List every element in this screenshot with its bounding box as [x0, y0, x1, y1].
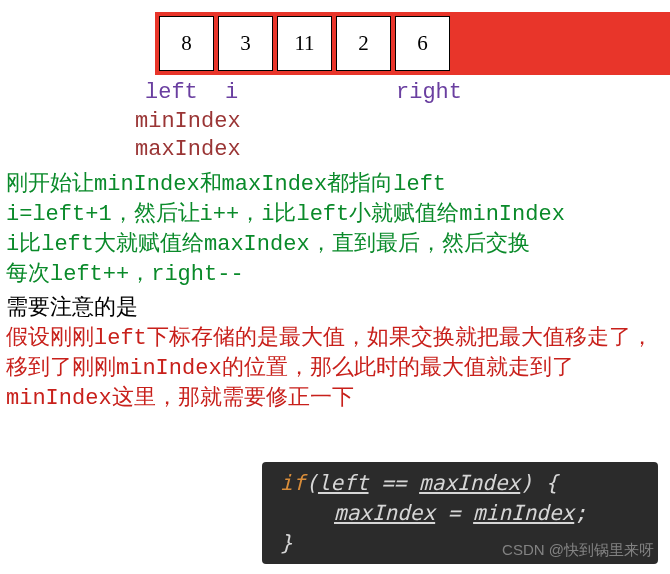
watermark: CSDN @快到锅里来呀	[502, 541, 654, 560]
minindex-label: minIndex	[135, 108, 670, 136]
var-maxindex: maxIndex	[419, 471, 520, 495]
pointer-left: left	[145, 80, 198, 105]
semicolon: ;	[574, 501, 587, 525]
pointer-i: i	[225, 80, 238, 105]
op-eq: ==	[369, 471, 420, 495]
code-line-1: if(left == maxIndex) {	[280, 468, 646, 498]
maxindex-label: maxIndex	[135, 136, 670, 164]
var-minindex-assign: minIndex	[473, 501, 574, 525]
note-heading: 需要注意的是	[6, 292, 670, 322]
var-left: left	[318, 471, 369, 495]
var-maxindex-assign: maxIndex	[334, 501, 435, 525]
op-assign: =	[435, 501, 473, 525]
pointer-row: left i right	[0, 80, 670, 108]
rparen-brace: ) {	[520, 471, 558, 495]
array-cell: 8	[159, 16, 214, 71]
lparen: (	[305, 471, 318, 495]
explain-green: 刚开始让minIndex和maxIndex都指向left i=left+1，然后…	[6, 170, 670, 290]
pointer-right: right	[396, 80, 462, 105]
gline1: 刚开始让minIndex和maxIndex都指向left	[6, 170, 670, 200]
explain-red: 假设刚刚left下标存储的是最大值，如果交换就把最大值移走了，移到了刚刚minI…	[6, 324, 670, 414]
gline2: i=left+1，然后让i++，i比left小就赋值给minIndex	[6, 200, 670, 230]
array-cell: 2	[336, 16, 391, 71]
array-cell: 11	[277, 16, 332, 71]
gline3: i比left大就赋值给maxIndex，直到最后，然后交换	[6, 230, 670, 260]
array-cell: 3	[218, 16, 273, 71]
keyword-if: if	[280, 471, 305, 495]
gline4: 每次left++，right--	[6, 260, 670, 290]
array-cell: 6	[395, 16, 450, 71]
code-line-2: maxIndex = minIndex;	[280, 498, 646, 528]
array-container: 8 3 11 2 6	[155, 12, 670, 75]
